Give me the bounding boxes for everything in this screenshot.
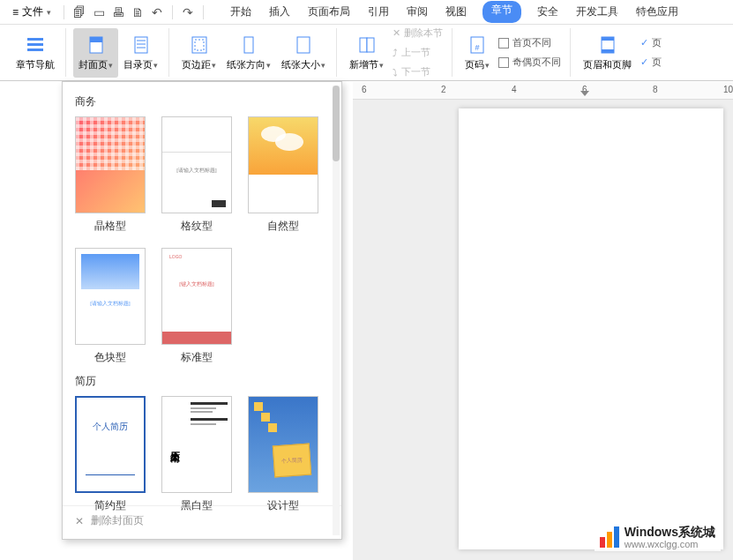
template-item-nature[interactable]: 自然型 <box>248 116 318 234</box>
tab-dev-tools[interactable]: 开发工具 <box>574 1 620 23</box>
svg-rect-4 <box>90 37 102 42</box>
next-section-button: ⤵ 下一节 <box>393 64 443 80</box>
svg-rect-18 <box>602 37 614 41</box>
odd-even-diff-check[interactable]: 奇偶页不同 <box>498 55 561 71</box>
undo-icon[interactable]: ↶ <box>149 4 165 20</box>
delete-cover-icon: ✕ <box>75 515 84 527</box>
hamburger-icon: ≡ <box>12 6 19 19</box>
delete-cover-label[interactable]: 删除封面页 <box>91 513 144 528</box>
page-toggle-label-2: 页 <box>652 56 662 69</box>
page-number-button[interactable]: # 页码▾ <box>460 28 495 78</box>
document-canvas[interactable] <box>353 100 733 560</box>
first-diff-check[interactable]: 首页不同 <box>498 35 561 51</box>
tab-start[interactable]: 开始 <box>228 1 253 23</box>
template-thumbnail: 个人简历 <box>75 396 146 493</box>
tab-special[interactable]: 特色应用 <box>634 1 680 23</box>
paper-size-button[interactable]: 纸张大小▾ <box>276 28 331 78</box>
orientation-button[interactable]: 纸张方向▾ <box>221 28 276 78</box>
toc-page-button[interactable]: 目录页▾ <box>118 28 163 78</box>
margin-label: 页边距 <box>182 58 211 71</box>
template-item-colorblock[interactable]: [请输入文档标题] 色块型 <box>75 248 146 365</box>
svg-rect-11 <box>244 37 253 53</box>
tab-view[interactable]: 视图 <box>444 1 468 23</box>
section-nav-icon <box>24 34 47 56</box>
svg-rect-12 <box>297 37 310 53</box>
template-label: 晶格型 <box>94 219 126 234</box>
document-page[interactable] <box>459 108 723 549</box>
separator <box>172 5 173 19</box>
page-toggle-2[interactable]: ✓ 页 <box>640 55 662 71</box>
horizontal-ruler[interactable]: 6 2 4 6 8 10 <box>353 82 733 100</box>
page-number-icon: # <box>466 34 489 56</box>
thumb-title: 个人简历 <box>273 444 311 478</box>
template-label: 格纹型 <box>181 219 213 234</box>
tab-section[interactable]: 章节 <box>482 1 521 23</box>
open-icon[interactable]: ▭ <box>91 4 107 20</box>
chevron-down-icon: ▾ <box>47 8 51 17</box>
file-menu[interactable]: ≡ 文件 ▾ <box>7 3 56 21</box>
tab-reference[interactable]: 引用 <box>366 1 391 23</box>
odd-even-diff-label: 奇偶页不同 <box>512 56 561 69</box>
header-footer-label: 页眉和页脚 <box>583 58 632 71</box>
chevron-down-icon: ▾ <box>153 61 158 70</box>
watermark: Windows系统城 www.wxclgg.com <box>595 524 721 551</box>
first-diff-label: 首页不同 <box>512 36 551 49</box>
next-section-label: 下一节 <box>401 65 430 78</box>
template-item-grid[interactable]: [请输入文档标题] 格纹型 <box>161 116 232 234</box>
svg-rect-19 <box>602 49 614 53</box>
redo-icon[interactable]: ↷ <box>180 4 196 20</box>
next-section-icon: ⤵ <box>393 67 398 78</box>
section-nav-button[interactable]: 章节导航 <box>11 28 60 78</box>
template-item-lattice[interactable]: 晶格型 <box>75 116 146 234</box>
tab-review[interactable]: 审阅 <box>405 1 430 23</box>
ribbon-group-pages: 封面页▾ 目录页▾ <box>68 28 169 77</box>
template-item-standard[interactable]: LOGO [键入文档标题] 标准型 <box>161 248 232 365</box>
watermark-url: www.wxclgg.com <box>625 539 715 549</box>
svg-rect-1 <box>27 43 43 46</box>
section-nav-label: 章节导航 <box>16 58 55 71</box>
header-footer-button[interactable]: 页眉和页脚 <box>578 28 637 78</box>
save-icon[interactable]: 🗐 <box>71 4 87 20</box>
template-item-simple[interactable]: 个人简历 简约型 <box>75 396 146 513</box>
template-label: 标准型 <box>181 350 213 365</box>
ruler-indent-marker[interactable] <box>580 91 589 96</box>
watermark-text: Windows系统城 www.wxclgg.com <box>625 526 715 549</box>
template-item-bw[interactable]: 个人简历 黑白型 <box>161 396 232 513</box>
ruler-num: 10 <box>723 85 733 94</box>
preview-icon[interactable]: 🗎 <box>130 4 146 20</box>
page-toggle-1[interactable]: ✓ 页 <box>640 35 662 51</box>
orientation-label: 纸张方向 <box>227 58 266 71</box>
checkbox-icon <box>498 38 509 49</box>
page-toggle-stack: ✓ 页 ✓ 页 <box>637 34 665 72</box>
dropdown-scroll-area: 商务 晶格型 [请输入文档标题] 格纹型 <box>63 82 341 505</box>
tab-security[interactable]: 安全 <box>535 1 560 23</box>
scrollbar-thumb[interactable] <box>333 86 340 161</box>
cover-page-dropdown: 商务 晶格型 [请输入文档标题] 格纹型 <box>62 81 342 540</box>
tab-page-layout[interactable]: 页面布局 <box>306 1 352 23</box>
check-icon: ✓ <box>640 37 648 49</box>
header-footer-icon <box>596 34 619 56</box>
chevron-down-icon: ▾ <box>108 61 113 70</box>
check-icon: ✓ <box>640 56 648 68</box>
chevron-down-icon: ▾ <box>485 61 490 70</box>
margin-button[interactable]: 页边距▾ <box>176 28 221 78</box>
file-label: 文件 <box>22 4 43 19</box>
template-item-design[interactable]: 个人简历 设计型 <box>248 396 318 513</box>
chevron-down-icon: ▾ <box>321 61 325 70</box>
section-title-resume: 简历 <box>75 374 333 389</box>
prev-section-button: ⤴ 上一节 <box>393 45 443 61</box>
template-thumbnail <box>248 116 318 213</box>
watermark-logo-icon <box>600 526 619 548</box>
template-thumbnail <box>75 116 146 213</box>
svg-rect-0 <box>27 38 43 41</box>
checkbox-icon <box>498 57 509 68</box>
cover-page-button[interactable]: 封面页▾ <box>73 28 118 78</box>
thumb-placeholder: [键入文档标题] <box>162 279 231 290</box>
new-section-button[interactable]: 新增节▾ <box>344 28 389 78</box>
print-icon[interactable]: 🖶 <box>110 4 126 20</box>
template-thumbnail: 个人简历 <box>161 396 232 493</box>
tab-bar: 开始 插入 页面布局 引用 审阅 视图 章节 安全 开发工具 特色应用 <box>228 1 680 23</box>
tab-insert[interactable]: 插入 <box>267 1 292 23</box>
ribbon-group-section: 新增节▾ ✕ 删除本节 ⤴ 上一节 ⤵ 下一节 <box>339 28 453 77</box>
menubar: ≡ 文件 ▾ 🗐 ▭ 🖶 🗎 ↶ ↷ 开始 插入 页面布局 引用 审阅 视图 章… <box>0 0 733 25</box>
